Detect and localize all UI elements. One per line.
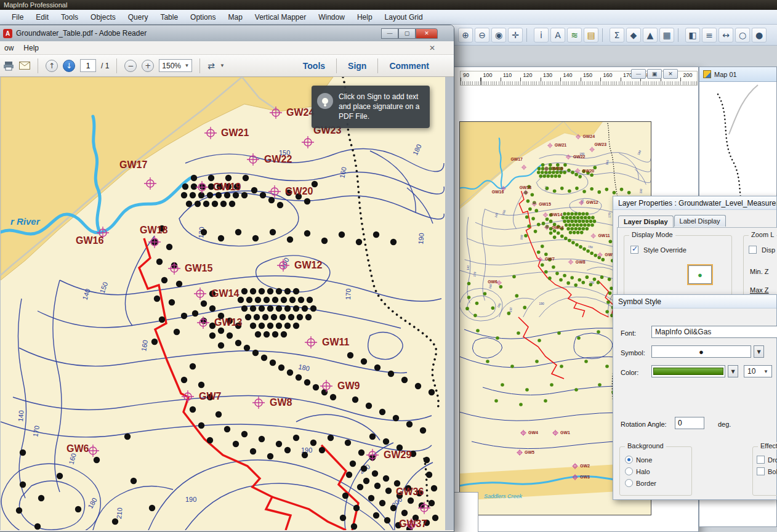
menu-edit[interactable]: Edit bbox=[30, 11, 54, 23]
minimize-icon[interactable]: — bbox=[631, 69, 646, 79]
symbol-style-dialog[interactable]: Symbol Style Font: MapInfo Oil&Gas Symbo… bbox=[613, 294, 777, 500]
menu-options[interactable]: Options bbox=[185, 11, 221, 23]
effects-options: DropBold bbox=[757, 452, 777, 479]
svg-text:210: 210 bbox=[509, 307, 513, 313]
checkbox-bold[interactable]: Bold bbox=[757, 467, 777, 475]
menu-vertical-mapper[interactable]: Vertical Mapper bbox=[249, 11, 312, 23]
zoom-value: 150% bbox=[162, 62, 181, 70]
menu-query[interactable]: Query bbox=[123, 11, 154, 23]
symbol-dropdown-icon[interactable]: ▼ bbox=[754, 345, 764, 358]
layer-properties-titlebar[interactable]: Layer Properties : Groundwater_Level_Mea… bbox=[613, 196, 776, 210]
previous-page-icon[interactable]: ↑ bbox=[46, 60, 58, 72]
chevron-down-icon[interactable]: ▼ bbox=[220, 63, 225, 68]
checkbox-drop[interactable]: Drop bbox=[757, 456, 777, 464]
tab-label-display[interactable]: Label Display bbox=[674, 215, 726, 227]
gw-label: GW17 bbox=[119, 159, 147, 170]
graph-icon[interactable]: ▲ bbox=[643, 28, 658, 42]
menu-help[interactable]: Help bbox=[23, 44, 39, 52]
size-select[interactable]: 10 ▼ bbox=[744, 365, 772, 377]
gw-label: GW14 bbox=[550, 212, 563, 217]
maximize-icon[interactable]: ▢ bbox=[398, 28, 416, 39]
pan-icon[interactable]: ✛ bbox=[508, 28, 523, 42]
gw-label: GW2 bbox=[580, 464, 590, 468]
color-select[interactable] bbox=[651, 365, 725, 377]
zoom-layering-legend: Zoom L bbox=[749, 231, 776, 238]
font-select[interactable]: MapInfo Oil&Gas bbox=[651, 326, 777, 338]
menu-map[interactable]: Map bbox=[222, 11, 248, 23]
style-override-checkbox[interactable]: Style Override bbox=[630, 246, 686, 254]
map01-gray-line bbox=[729, 85, 758, 134]
zoom-in-icon[interactable]: ⊕ bbox=[458, 28, 473, 42]
gw-label: GW11 bbox=[598, 233, 610, 238]
radio-halo[interactable]: Halo bbox=[625, 467, 656, 475]
rotation-input[interactable] bbox=[675, 417, 704, 429]
menu-layout-grid[interactable]: Layout Grid bbox=[379, 11, 429, 23]
zoom-out-icon[interactable]: ⊖ bbox=[475, 28, 489, 42]
display-within-checkbox[interactable]: Disp bbox=[749, 246, 775, 254]
label-tool-icon[interactable]: A bbox=[550, 28, 565, 42]
statistics-icon[interactable]: ● bbox=[752, 28, 767, 42]
menu-help[interactable]: Help bbox=[352, 11, 378, 23]
adobe-menubar: ow Help ✕ bbox=[0, 41, 454, 55]
ruler-number: 120 bbox=[523, 72, 533, 78]
close-icon[interactable]: ✕ bbox=[429, 44, 435, 52]
zoom-in-icon[interactable]: + bbox=[142, 60, 154, 72]
adobe-titlebar[interactable]: A Groundwater_Table.pdf - Adobe Reader —… bbox=[0, 25, 454, 41]
menu-objects[interactable]: Objects bbox=[85, 11, 121, 23]
radio-none[interactable]: None bbox=[625, 456, 656, 464]
page-number-input[interactable] bbox=[80, 59, 96, 72]
separator bbox=[38, 58, 38, 73]
symbol-preview-button[interactable]: ● bbox=[688, 265, 712, 284]
groundwater-map[interactable]: 1501801601901301401501701601801902002101… bbox=[1, 77, 445, 530]
menu-window[interactable]: Window bbox=[313, 11, 350, 23]
fit-width-icon[interactable]: ⇄ bbox=[207, 61, 215, 71]
restore-icon[interactable]: ▣ bbox=[647, 69, 662, 79]
radio-label: Halo bbox=[636, 468, 650, 475]
checkbox-label: Bold bbox=[768, 468, 777, 475]
layers-icon[interactable]: ≋ bbox=[567, 28, 582, 42]
page-count: / 1 bbox=[101, 62, 109, 70]
symbol-style-titlebar[interactable]: Symbol Style bbox=[613, 295, 776, 308]
zoom-out-icon[interactable]: − bbox=[124, 60, 137, 72]
toolbar-separator bbox=[602, 28, 606, 42]
minimize-icon[interactable]: — bbox=[381, 28, 398, 39]
menu-file[interactable]: File bbox=[6, 11, 29, 23]
gw-label: GW6 bbox=[488, 280, 497, 284]
legend-icon[interactable]: ▤ bbox=[584, 28, 598, 42]
map01-titlebar[interactable]: Map 01 bbox=[699, 67, 776, 82]
zoom-level-select[interactable]: 150% ▼ bbox=[159, 59, 192, 72]
pdf-page-area[interactable]: 1501801601901301401501701601801902002101… bbox=[0, 77, 454, 530]
district-icon[interactable]: ▦ bbox=[659, 28, 674, 42]
sign-button[interactable]: Sign bbox=[339, 61, 375, 71]
next-page-icon[interactable]: ↓ bbox=[63, 60, 75, 72]
mapinfo-title: MapInfo Professional bbox=[4, 1, 67, 9]
radio-border[interactable]: Border bbox=[625, 479, 656, 487]
tools-button[interactable]: Tools bbox=[294, 61, 334, 71]
geoset-icon[interactable]: ◆ bbox=[626, 28, 641, 42]
font-label: Font: bbox=[621, 329, 636, 337]
radio-label: Border bbox=[636, 480, 656, 487]
redistrict-icon[interactable]: ◧ bbox=[685, 28, 700, 42]
adobe-reader-window[interactable]: A Groundwater_Table.pdf - Adobe Reader —… bbox=[0, 25, 454, 532]
change-view-icon[interactable]: ◉ bbox=[491, 28, 506, 42]
sql-select-icon[interactable]: Σ bbox=[610, 28, 624, 42]
gw-label: GW13 bbox=[552, 225, 564, 230]
ruler-number: 160 bbox=[603, 72, 613, 78]
comment-button[interactable]: Comment bbox=[380, 61, 438, 71]
grid-icon[interactable]: ≡ bbox=[702, 28, 717, 42]
print-icon[interactable] bbox=[3, 61, 14, 71]
email-icon[interactable] bbox=[19, 62, 30, 70]
ruler-number: 200 bbox=[683, 72, 693, 78]
menu-tools[interactable]: Tools bbox=[55, 11, 84, 23]
symbol-label: Symbol: bbox=[621, 349, 645, 357]
info-tool-icon[interactable]: i bbox=[534, 28, 549, 42]
menu-window-partial[interactable]: ow bbox=[4, 44, 14, 52]
close-icon[interactable]: ✕ bbox=[416, 28, 438, 39]
clip-region-icon[interactable]: ○ bbox=[735, 28, 750, 42]
tab-layer-display[interactable]: Layer Display bbox=[618, 216, 674, 227]
menu-table[interactable]: Table bbox=[155, 11, 183, 23]
symbol-select[interactable]: ● bbox=[651, 345, 751, 358]
swap-views-icon[interactable]: ↔ bbox=[719, 28, 733, 42]
close-icon[interactable]: ✕ bbox=[663, 69, 678, 79]
color-dropdown-icon[interactable]: ▼ bbox=[728, 365, 738, 377]
